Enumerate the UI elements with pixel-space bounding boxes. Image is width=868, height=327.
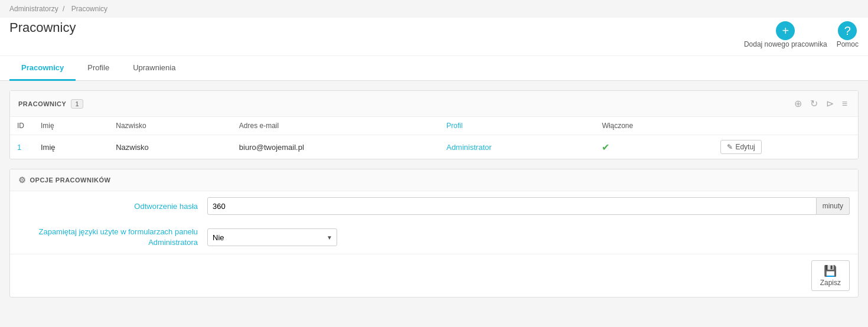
col-header-imie: Imię: [34, 117, 109, 135]
tab-pracownicy[interactable]: Pracownicy: [9, 56, 76, 81]
password-suffix: minuty: [817, 197, 850, 215]
breadcrumb-parent[interactable]: Administratorzy: [9, 5, 58, 13]
edit-button[interactable]: ✎ Edytuj: [720, 140, 761, 154]
content: PRACOWNICY 1 ⊕ ↻ ⊳ ≡ ID Imię Nazwisko Ad…: [0, 81, 868, 316]
table-row: 1 Imię Nazwisko biuro@twojemail.pl Admin…: [10, 135, 858, 159]
password-input-wrapper: minuty: [207, 197, 850, 215]
check-icon: ✔: [602, 142, 609, 152]
employees-panel-title: PRACOWNICY: [18, 100, 66, 107]
form-row-remember: Zapamiętaj języki użyte w formularzach p…: [10, 221, 858, 254]
save-button[interactable]: 💾 Zapisz: [811, 260, 850, 291]
col-header-profil: Profil: [439, 117, 595, 135]
breadcrumb-current: Pracownicy: [71, 5, 107, 13]
password-input[interactable]: [207, 197, 817, 215]
save-label: Zapisz: [820, 279, 841, 287]
page-header: Pracownicy + Dodaj nowego pracownika ? P…: [0, 18, 868, 56]
add-employee-action[interactable]: + Dodaj nowego pracownika: [744, 21, 827, 48]
page-title: Pracownicy: [9, 20, 76, 35]
edit-label: Edytuj: [735, 143, 755, 151]
cell-wlaczone: ✔: [595, 135, 713, 159]
refresh-button[interactable]: ↻: [808, 97, 820, 110]
remember-select[interactable]: Nie Tak: [207, 228, 337, 246]
help-label: Pomoc: [837, 40, 859, 48]
col-header-id: ID: [10, 117, 34, 135]
terminal-button[interactable]: ⊳: [824, 97, 836, 110]
add-employee-label: Dodaj nowego pracownika: [744, 40, 827, 48]
breadcrumb-separator: /: [63, 5, 64, 13]
options-panel: ⚙ OPCJE PRACOWNIKÓW Odtworzenie hasła mi…: [9, 169, 859, 297]
form-row-password: Odtworzenie hasła minuty: [10, 191, 858, 221]
header-actions: + Dodaj nowego pracownika ? Pomoc: [744, 21, 859, 48]
panel-actions: ⊕ ↻ ⊳ ≡: [792, 97, 850, 110]
panel-footer: 💾 Zapisz: [10, 254, 858, 297]
remember-input-wrapper: Nie Tak: [207, 228, 850, 246]
remember-label: Zapamiętaj języki użyte w formularzach p…: [18, 227, 207, 248]
employees-panel-header: PRACOWNICY 1 ⊕ ↻ ⊳ ≡: [10, 91, 858, 117]
tab-profile[interactable]: Profile: [76, 56, 121, 81]
password-label: Odtworzenie hasła: [18, 202, 207, 211]
employees-table: ID Imię Nazwisko Adres e-mail Profil Włą…: [10, 117, 858, 159]
menu-button[interactable]: ≡: [840, 97, 850, 110]
breadcrumb: Administratorzy / Pracownicy: [0, 0, 868, 18]
col-header-actions: [713, 117, 858, 135]
add-employee-icon: +: [776, 21, 795, 40]
employees-count-badge: 1: [71, 99, 83, 109]
tab-uprawnienia[interactable]: Uprawnienia: [121, 56, 187, 81]
cell-profil: Administrator: [439, 135, 595, 159]
remember-select-wrapper: Nie Tak: [207, 228, 337, 246]
col-header-wlaczone: Włączone: [595, 117, 713, 135]
options-title-text: OPCJE PRACOWNIKÓW: [30, 176, 111, 184]
options-panel-title: ⚙ OPCJE PRACOWNIKÓW: [18, 175, 110, 185]
col-header-nazwisko: Nazwisko: [109, 117, 232, 135]
help-icon: ?: [838, 21, 857, 40]
cell-imie: Imię: [34, 135, 109, 159]
employees-table-wrapper: ID Imię Nazwisko Adres e-mail Profil Włą…: [10, 117, 858, 159]
tabs: Pracownicy Profile Uprawnienia: [0, 56, 868, 81]
col-header-email: Adres e-mail: [232, 117, 439, 135]
save-icon: 💾: [824, 264, 837, 277]
cell-nazwisko: Nazwisko: [109, 135, 232, 159]
options-panel-header: ⚙ OPCJE PRACOWNIKÓW: [10, 169, 858, 191]
cell-id[interactable]: 1: [10, 135, 34, 159]
employees-panel: PRACOWNICY 1 ⊕ ↻ ⊳ ≡ ID Imię Nazwisko Ad…: [9, 90, 859, 159]
gear-icon: ⚙: [18, 175, 27, 185]
help-action[interactable]: ? Pomoc: [837, 21, 859, 48]
add-row-button[interactable]: ⊕: [792, 97, 804, 110]
cell-edit: ✎ Edytuj: [713, 135, 858, 159]
edit-pencil-icon: ✎: [727, 143, 733, 151]
cell-email: biuro@twojemail.pl: [232, 135, 439, 159]
panel-header-left: PRACOWNICY 1: [18, 99, 83, 109]
